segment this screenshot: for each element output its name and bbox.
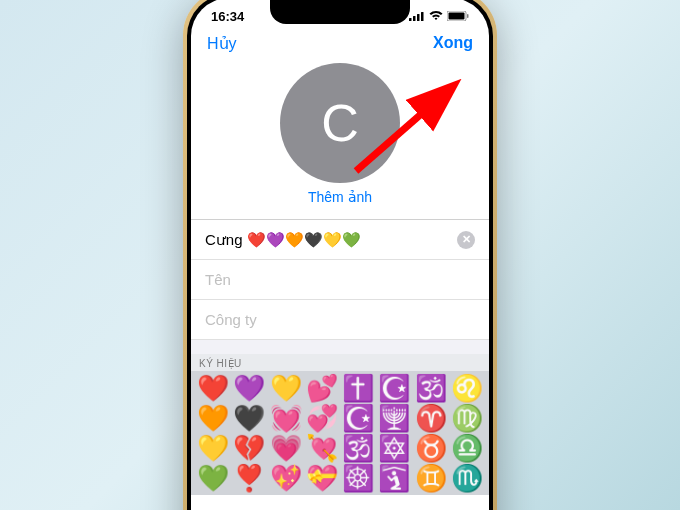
emoji-key[interactable]: 💕	[306, 375, 338, 401]
emoji-key[interactable]: ☸️	[342, 465, 374, 491]
ten-field[interactable]: Tên	[205, 271, 475, 288]
emoji-key[interactable]: 💖	[270, 465, 302, 491]
emoji-key[interactable]: ♉	[415, 435, 447, 461]
status-time: 16:34	[211, 9, 244, 24]
keyboard-section-label: KÝ HIỆU	[191, 354, 489, 371]
emoji-key[interactable]: 🛐	[378, 465, 410, 491]
avatar-section: C Thêm ảnh	[191, 57, 489, 215]
signal-icon	[409, 11, 425, 21]
wifi-icon	[429, 11, 443, 21]
emoji-key[interactable]: 💛	[197, 435, 229, 461]
emoji-key[interactable]: 🕉️	[415, 375, 447, 401]
emoji-key[interactable]: ♎	[451, 435, 483, 461]
emoji-key[interactable]: ♊	[415, 465, 447, 491]
svg-rect-3	[421, 12, 424, 21]
name-field[interactable]: Cưng ❤️💜🧡🖤💛💚	[205, 231, 457, 249]
emoji-key[interactable]: ✝️	[342, 375, 374, 401]
emoji-key[interactable]: 💝	[306, 465, 338, 491]
emoji-key[interactable]: 💛	[270, 375, 302, 401]
emoji-key[interactable]: 💞	[306, 405, 338, 431]
screen: 16:34 Hủy Xong	[191, 0, 489, 510]
emoji-key[interactable]: 💚	[197, 465, 229, 491]
svg-rect-0	[409, 18, 412, 21]
emoji-key[interactable]: ♌	[451, 375, 483, 401]
ten-field-row[interactable]: Tên	[191, 260, 489, 300]
emoji-key[interactable]: 🕉️	[342, 435, 374, 461]
emoji-key[interactable]: 🧡	[197, 405, 229, 431]
spacer	[191, 340, 489, 354]
done-button[interactable]: Xong	[433, 34, 473, 53]
svg-rect-1	[413, 16, 416, 21]
emoji-key[interactable]: ♏	[451, 465, 483, 491]
svg-rect-2	[417, 14, 420, 21]
emoji-keyboard: KÝ HIỆU ❤️💜💛💕✝️☪️🕉️♌🧡🖤💓💞☪️🕎♈♍💛💔💗💘🕉️🔯♉♎💚❣…	[191, 354, 489, 495]
congty-field[interactable]: Công ty	[205, 311, 475, 328]
emoji-key[interactable]: ☪️	[378, 375, 410, 401]
emoji-key[interactable]: 💘	[306, 435, 338, 461]
name-field-row[interactable]: Cưng ❤️💜🧡🖤💛💚 ✕	[191, 220, 489, 260]
battery-icon	[447, 11, 469, 21]
emoji-key[interactable]: 💔	[233, 435, 265, 461]
emoji-key[interactable]: ❣️	[233, 465, 265, 491]
emoji-key[interactable]: 🕎	[378, 405, 410, 431]
cancel-button[interactable]: Hủy	[207, 34, 237, 53]
emoji-key[interactable]: 💗	[270, 435, 302, 461]
nav-bar: Hủy Xong	[191, 28, 489, 57]
add-photo-button[interactable]: Thêm ảnh	[308, 189, 372, 205]
contact-avatar[interactable]: C	[280, 63, 400, 183]
emoji-key[interactable]: ♍	[451, 405, 483, 431]
svg-rect-6	[467, 14, 469, 18]
clear-icon[interactable]: ✕	[457, 231, 475, 249]
notch	[270, 0, 410, 24]
emoji-grid: ❤️💜💛💕✝️☪️🕉️♌🧡🖤💓💞☪️🕎♈♍💛💔💗💘🕉️🔯♉♎💚❣️💖💝☸️🛐♊♏	[191, 371, 489, 495]
emoji-key[interactable]: 💓	[270, 405, 302, 431]
avatar-letter: C	[321, 93, 359, 153]
emoji-key[interactable]: 💜	[233, 375, 265, 401]
svg-rect-5	[449, 13, 465, 20]
phone-frame: 16:34 Hủy Xong	[183, 0, 497, 510]
emoji-key[interactable]: 🔯	[378, 435, 410, 461]
emoji-key[interactable]: ❤️	[197, 375, 229, 401]
emoji-key[interactable]: ☪️	[342, 405, 374, 431]
emoji-key[interactable]: 🖤	[233, 405, 265, 431]
emoji-key[interactable]: ♈	[415, 405, 447, 431]
contact-form: Cưng ❤️💜🧡🖤💛💚 ✕ Tên Công ty	[191, 219, 489, 340]
congty-field-row[interactable]: Công ty	[191, 300, 489, 340]
